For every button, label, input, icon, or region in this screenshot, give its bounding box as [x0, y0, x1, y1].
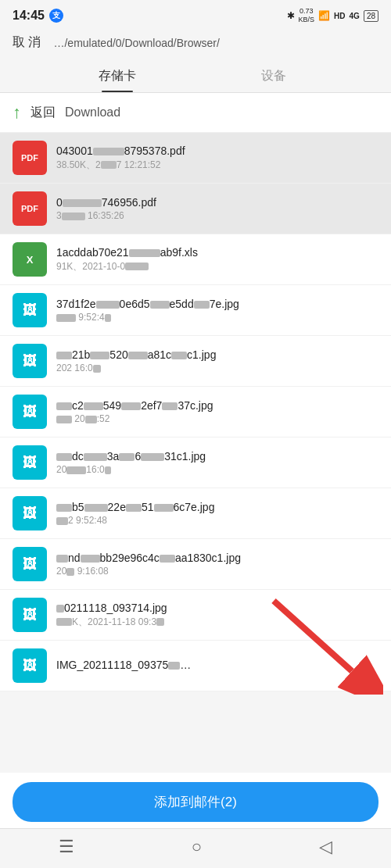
list-item[interactable]: PDF 043001 8795378.pdf 38.50K、27 12:21:5…	[0, 133, 391, 184]
file-name: 0746956.pdf	[56, 196, 378, 209]
file-meta: 20:52	[56, 413, 378, 424]
bottom-nav: ☰ ○ ◁	[0, 828, 391, 868]
tab-device[interactable]: 设备	[196, 60, 352, 92]
list-item[interactable]: X 1acddab70e21ab9f.xls 91K、2021-10-0	[0, 234, 391, 285]
list-item[interactable]: 🖼 37d1f2e0e6d5e5dd7e.jpg 9:52:4	[0, 285, 391, 336]
img-icon: 🖼	[13, 496, 47, 530]
data-speed: 0.73 KB/S	[299, 7, 315, 24]
file-list: ↑ 返回 Download PDF 043001 8795378.pdf 38.…	[0, 93, 391, 773]
list-item[interactable]: 🖼 ndbb29e96c4caa1830c1.jpg 20 9:16:08	[0, 539, 391, 590]
file-meta: 38.50K、27 12:21:52	[56, 159, 378, 172]
file-name: 37d1f2e0e6d5e5dd7e.jpg	[56, 298, 378, 310]
bluetooth-icon: ✱	[287, 10, 295, 21]
file-meta: 3 16:35:26	[56, 210, 378, 221]
list-item[interactable]: 🖼 21b520a81cc1.jpg 202 16:0	[0, 336, 391, 387]
file-meta: 2 9:52:48	[56, 515, 378, 526]
status-bar: 14:45 支 ✱ 0.73 KB/S 📶 HD 4G 28	[0, 0, 391, 28]
file-meta: 2016:0	[56, 464, 378, 475]
img-icon: 🖼	[13, 293, 47, 327]
list-item[interactable]: PDF 0746956.pdf 3 16:35:26	[0, 184, 391, 234]
list-item[interactable]: 🖼 b522e516c7e.jpg 2 9:52:48	[0, 488, 391, 539]
file-name: 21b520a81cc1.jpg	[56, 348, 378, 361]
file-name: c25492ef737c.jpg	[56, 399, 378, 412]
list-item[interactable]: 🖼 c25492ef737c.jpg 20:52	[0, 387, 391, 438]
back-nav-icon[interactable]: ◁	[319, 837, 332, 857]
file-name: 0211118_093714.jpg	[56, 602, 378, 614]
list-item[interactable]: 🖼 dc3a631c1.jpg 2016:0	[0, 438, 391, 488]
add-to-mail-button[interactable]: 添加到邮件(2)	[13, 782, 378, 822]
list-item[interactable]: 🖼 IMG_20211118_09375…	[0, 641, 391, 691]
status-icons: ✱ 0.73 KB/S 📶 HD 4G 28	[287, 7, 378, 24]
pdf-icon: PDF	[13, 141, 47, 175]
file-meta: 91K、2021-10-0	[56, 260, 378, 273]
menu-icon[interactable]: ☰	[59, 837, 74, 857]
tabs: 存储卡 设备	[0, 60, 391, 92]
battery-icon: 28	[364, 10, 378, 22]
file-name: b522e516c7e.jpg	[56, 501, 378, 513]
status-time: 14:45	[13, 9, 45, 23]
back-label: 返回	[30, 105, 56, 121]
tab-storage-card[interactable]: 存储卡	[39, 60, 196, 92]
folder-name: Download	[65, 105, 120, 120]
file-name: ndbb29e96c4caa1830c1.jpg	[56, 552, 378, 564]
signal-4g: 4G	[350, 12, 360, 20]
pdf-icon: PDF	[13, 191, 47, 226]
img-icon: 🖼	[13, 598, 47, 632]
file-meta: 202 16:0	[56, 363, 378, 373]
file-name: dc3a631c1.jpg	[56, 450, 378, 463]
xls-icon: X	[13, 242, 47, 277]
file-meta: 20 9:16:08	[56, 566, 378, 577]
back-row[interactable]: ↑ 返回 Download	[0, 93, 391, 133]
file-name: IMG_20211118_09375…	[56, 659, 378, 671]
img-icon: 🖼	[13, 445, 47, 480]
nav-path: …/emulated/0/Download/Browser/	[53, 37, 219, 49]
back-icon: ↑	[13, 102, 21, 123]
alipay-icon: 支	[49, 9, 63, 23]
bottom-section: 添加到邮件(2)	[0, 773, 391, 828]
list-item[interactable]: 🖼 0211118_093714.jpg K、2021-11-18 09:3	[0, 590, 391, 641]
img-icon: 🖼	[13, 344, 47, 378]
file-meta: 9:52:4	[56, 312, 378, 323]
wifi-icon: 📶	[318, 10, 330, 21]
img-icon: 🖼	[13, 395, 47, 429]
cancel-button[interactable]: 取 消	[13, 34, 41, 51]
home-icon[interactable]: ○	[192, 837, 202, 857]
img-icon: 🖼	[13, 648, 47, 683]
file-meta: K、2021-11-18 09:3	[56, 616, 378, 629]
file-name: 1acddab70e21ab9f.xls	[56, 246, 378, 259]
img-icon: 🖼	[13, 547, 47, 581]
file-name: 043001 8795378.pdf	[56, 145, 378, 157]
hd-badge: HD	[334, 12, 345, 20]
top-nav: 取 消 …/emulated/0/Download/Browser/	[0, 28, 391, 60]
